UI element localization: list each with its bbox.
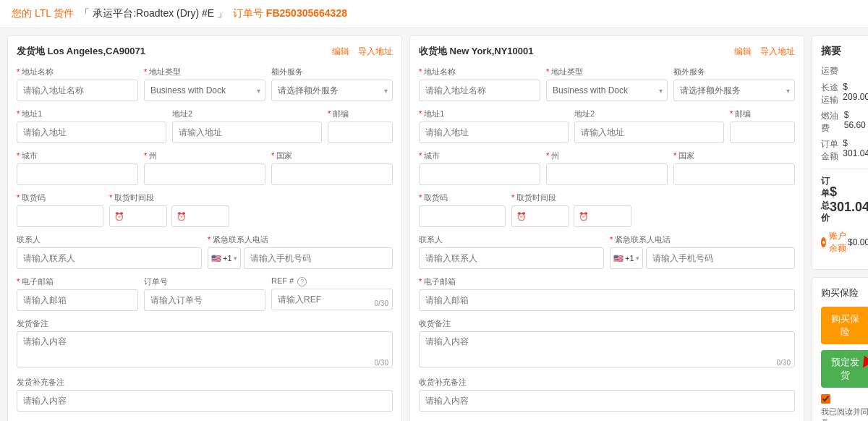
receiver-row-1: 地址名称 地址类型 Business with Dock 额外服务 xyxy=(419,67,795,101)
shipper-address1-input[interactable] xyxy=(17,122,166,143)
shipper-state-input[interactable]: CA xyxy=(144,163,265,185)
long-haul-label: 长途运输 xyxy=(821,82,843,106)
ref-help-icon[interactable]: ? xyxy=(297,277,307,286)
summary-divider xyxy=(821,169,868,169)
shipper-phone-input[interactable] xyxy=(244,247,393,269)
receiver-urgent-contact-label: 紧急联系人电话 xyxy=(610,234,795,245)
receiver-contact-input[interactable] xyxy=(419,247,604,269)
shipper-phone-code: +1 xyxy=(223,254,232,263)
receiver-urgent-contact-field: 紧急联系人电话 🇺🇸 +1 ▾ xyxy=(610,234,795,269)
receiver-extra-service-select-wrapper[interactable]: 请选择额外服务 xyxy=(673,80,795,101)
receiver-address-type-select-wrapper[interactable]: Business with Dock xyxy=(546,80,668,101)
receiver-city-input[interactable]: New York xyxy=(419,163,540,185)
receiver-address2-field: 地址2 xyxy=(574,109,724,143)
receiver-contact-label: 联系人 xyxy=(419,234,604,245)
fuel-value: $ 56.60 xyxy=(844,110,868,135)
shipper-address2-label: 地址2 xyxy=(172,109,322,119)
insurance-section: 购买保险 购买保险 预定发货 我已阅读并同意 xyxy=(812,277,868,421)
shipper-pickup-code-label: 取货码 xyxy=(17,192,103,203)
shipper-pickup-code-input[interactable]: 1741243636 xyxy=(17,205,103,227)
receiver-note-textarea[interactable] xyxy=(419,331,795,367)
receiver-import-link[interactable]: 导入地址 xyxy=(760,46,795,56)
shipper-ref-wrapper: 0/30 xyxy=(271,289,393,310)
receiver-note-label: 收货备注 xyxy=(419,318,795,329)
shipper-address1-label: 地址1 xyxy=(17,109,166,119)
shipper-order-no-label: 订单号 xyxy=(144,276,265,287)
shipper-address-type-label: 地址类型 xyxy=(144,67,265,77)
summary-card: 摘要 运费 长途运输 $ 209.00 燃油费 $ 56.60 订单金额 $ 3… xyxy=(812,35,868,270)
shipper-state-label: 州 xyxy=(144,150,265,161)
shipper-urgent-contact-field: 紧急联系人电话 🇺🇸 +1 ▾ xyxy=(208,234,393,269)
header-prefix: 您的 LTL 货件 xyxy=(12,7,74,19)
clock-icon-1: ⏰ xyxy=(114,212,124,221)
fuel-row: 燃油费 $ 56.60 xyxy=(821,110,868,135)
receiver-address-name-field: 地址名称 xyxy=(419,67,540,101)
receiver-note-wrapper: 0/30 xyxy=(419,331,795,370)
shipper-extra-service-select[interactable]: 请选择额外服务 xyxy=(272,80,392,101)
receiver-address1-field: 地址1 xyxy=(419,109,569,143)
receiver-phone-chevron: ▾ xyxy=(636,255,639,262)
shipper-import-link[interactable]: 导入地址 xyxy=(358,46,393,56)
shipper-row-3: 城市 Los Angeles 州 CA 国家 US xyxy=(17,150,393,185)
receiver-address1-label: 地址1 xyxy=(419,109,569,119)
receiver-row-3: 城市 New York 州 NY 国家 US xyxy=(419,150,795,185)
insurance-button[interactable]: 购买保险 xyxy=(821,307,868,344)
receiver-phone-input[interactable] xyxy=(646,247,795,269)
receiver-address-name-input[interactable] xyxy=(419,80,540,101)
shipper-order-no-input[interactable] xyxy=(144,289,265,311)
receiver-extra-service-select[interactable]: 请选择额外服务 xyxy=(674,80,794,101)
shipper-edit-link[interactable]: 编辑 xyxy=(332,46,349,56)
balance-value: $0.00 xyxy=(848,237,868,247)
shipper-ref-count: 0/30 xyxy=(375,299,388,307)
shipper-country-input[interactable]: US xyxy=(271,163,393,185)
receiver-pickup-code-input[interactable]: 1741243636 xyxy=(419,205,506,227)
receiver-header: 收货地 New York,NY10001 编辑 导入地址 xyxy=(419,45,795,58)
long-haul-value: $ 209.00 xyxy=(843,82,868,106)
receiver-address2-input[interactable] xyxy=(574,122,724,143)
shipper-note-count: 0/30 xyxy=(375,359,388,367)
receiver-extra-note-field: 收货补充备注 xyxy=(419,377,795,412)
agree-checkbox[interactable] xyxy=(821,394,830,404)
shipper-city-field: 城市 Los Angeles xyxy=(17,150,138,185)
shipper-address-type-select[interactable]: Business with Dock xyxy=(145,80,265,101)
shipper-contact-input[interactable] xyxy=(17,247,202,269)
shipper-extra-service-select-wrapper[interactable]: 请选择额外服务 xyxy=(271,80,393,101)
shipper-row-4: 取货码 1741243636 取货时间段 ⏰ 08:30 ⏰ 17:00 xyxy=(17,192,393,227)
shipper-address1-field: 地址1 xyxy=(17,109,166,143)
shipper-extra-service-field: 额外服务 请选择额外服务 xyxy=(271,67,393,101)
receiver-email-input[interactable] xyxy=(419,289,795,311)
shipper-pickup-time-row: ⏰ 08:30 ⏰ 17:00 xyxy=(109,205,393,227)
shipper-address2-input[interactable] xyxy=(172,122,322,143)
receiver-email-field: 电子邮箱 xyxy=(419,276,795,311)
receiver-country-label: 国家 xyxy=(673,150,795,161)
shipper-city-input[interactable]: Los Angeles xyxy=(17,163,138,185)
receiver-phone-country-select[interactable]: 🇺🇸 +1 ▾ xyxy=(610,247,643,269)
shipper-address-type-select-wrapper[interactable]: Business with Dock xyxy=(144,80,265,101)
shipper-title: 发货地 Los Angeles,CA90071 xyxy=(17,45,145,58)
shipper-row-1: 地址名称 地址类型 Business with Dock 额外服务 xyxy=(17,67,393,101)
receiver-extra-note-input[interactable] xyxy=(419,390,795,412)
shipper-email-input[interactable] xyxy=(17,289,138,311)
receiver-title: 收货地 New York,NY10001 xyxy=(419,45,533,58)
receiver-edit-link[interactable]: 编辑 xyxy=(734,46,752,56)
shipper-note-textarea[interactable] xyxy=(17,331,393,367)
summary-title: 摘要 xyxy=(821,45,868,58)
shipper-note-field: 发货备注 0/30 xyxy=(17,318,393,370)
shipper-city-label: 城市 xyxy=(17,150,138,161)
balance-icon: ● xyxy=(821,237,826,247)
shipper-row-5: 联系人 紧急联系人电话 🇺🇸 +1 ▾ xyxy=(17,234,393,269)
shipper-phone-country-select[interactable]: 🇺🇸 +1 ▾ xyxy=(208,247,241,269)
receiver-address-type-select[interactable]: Business with Dock xyxy=(547,80,667,101)
receiver-state-input[interactable]: NY xyxy=(546,163,668,185)
shipper-pickup-time-end-wrapper: ⏰ 17:00 xyxy=(171,205,229,227)
shipper-extra-note-input[interactable] xyxy=(17,390,393,412)
receiver-row-4: 取货码 1741243636 取货时间段 ⏰ 08:30 ⏰ 17:00 xyxy=(419,192,795,227)
receiver-pickup-time-label: 取货时间段 xyxy=(511,192,795,203)
shipper-phone-chevron: ▾ xyxy=(234,255,237,262)
receiver-country-input[interactable]: US xyxy=(673,163,795,185)
receiver-address1-input[interactable] xyxy=(419,122,569,143)
receiver-zip-input[interactable]: 10001 xyxy=(730,122,795,143)
shipper-address-name-input[interactable] xyxy=(17,80,138,101)
clock-icon-4: ⏰ xyxy=(579,212,589,221)
shipper-zip-input[interactable]: 90071 xyxy=(328,122,393,143)
